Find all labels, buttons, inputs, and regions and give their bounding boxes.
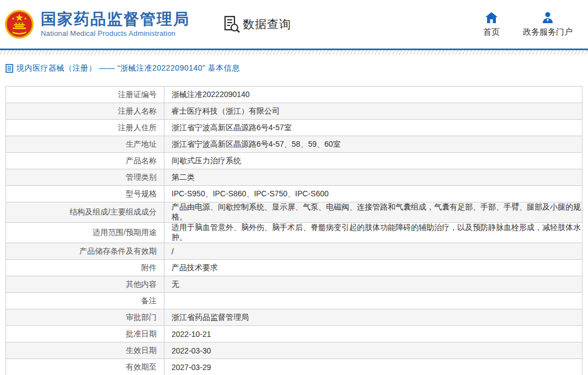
document-list-icon [6, 64, 13, 73]
table-row: 结构及组成/主要组成成分产品由电源、间歇控制系统、显示屏、气泵、电磁阀、连接管路… [6, 202, 582, 223]
row-value: / [164, 243, 582, 260]
row-value: 第二类 [164, 169, 582, 186]
breadcrumb: 境内医疗器械（注册） —— “浙械注准20222090140” 基本信息 [6, 63, 588, 74]
row-label: 型号规格 [6, 186, 164, 202]
registration-info-table: 注册证编号浙械注准20222090140注册人名称睿士医疗科技（浙江）有限公司注… [6, 86, 582, 375]
home-icon [485, 12, 498, 24]
row-label: 生产地址 [6, 136, 164, 153]
logo-group[interactable]: 国家药品监督管理局 National Medical Products Admi… [4, 9, 190, 39]
row-value: 浙江省药品监督管理局 [164, 309, 582, 326]
row-label: 产品储存条件及有效期 [6, 243, 164, 260]
row-value: 浙江省宁波高新区晶源路6号4-57、58、59、60室 [164, 136, 582, 153]
breadcrumb-text: 境内医疗器械（注册） —— “浙械注准20222090140” 基本信息 [17, 63, 240, 73]
table-row: 适用范围/预期用途适用于脑血管意外、脑外伤、脑手术后、脊髓病变引起的肢体功能障碍… [6, 223, 582, 243]
table-row: 有效期至2027-03-29 [6, 359, 582, 375]
row-label: 产品名称 [6, 153, 164, 169]
table-row: 备注 [6, 293, 582, 309]
nav-home[interactable]: 首页 [483, 12, 500, 38]
row-label: 注册人住所 [6, 120, 164, 136]
row-label: 批准日期 [6, 326, 164, 342]
row-value: 睿士医疗科技（浙江）有限公司 [164, 103, 582, 120]
row-value [164, 293, 582, 309]
data-query-icon [224, 15, 240, 33]
row-value: 间歇式压力治疗系统 [164, 153, 582, 169]
table-row: 审批部门浙江省药品监督管理局 [6, 309, 582, 326]
data-query-section[interactable]: 数据查询 [224, 15, 291, 33]
row-label: 注册证编号 [6, 87, 164, 103]
table-row: 产品名称间歇式压力治疗系统 [6, 153, 582, 169]
site-header: 国家药品监督管理局 National Medical Products Admi… [0, 0, 588, 49]
row-value: IPC-S950、IPC-S860、IPC-S750、IPC-S600 [164, 186, 582, 202]
row-label: 有效期至 [6, 359, 164, 375]
site-title: 国家药品监督管理局 [41, 11, 190, 28]
row-value: 适用于脑血管意外、脑外伤、脑手术后、脊髓病变引起的肢体功能障碍的辅助治疗，以及预… [164, 223, 582, 243]
data-query-label: 数据查询 [243, 17, 291, 32]
table-row: 批准日期2022-10-21 [6, 326, 582, 342]
row-label: 审批部门 [6, 309, 164, 326]
national-emblem-icon [4, 9, 34, 39]
row-label: 备注 [6, 293, 164, 309]
table-row: 其他内容无 [6, 276, 582, 293]
nav-home-label: 首页 [483, 27, 500, 38]
row-value: 浙江省宁波高新区晶源路6号4-57室 [164, 120, 582, 136]
table-row: 产品储存条件及有效期/ [6, 243, 582, 260]
header-nav: 首页 政务服务门户 [483, 12, 573, 38]
row-label: 适用范围/预期用途 [6, 223, 164, 243]
row-value: 产品技术要求 [164, 260, 582, 276]
table-row: 管理类别第二类 [6, 169, 582, 186]
nav-gov-portal-label: 政务服务门户 [523, 27, 573, 38]
row-label: 结构及组成/主要组成成分 [6, 202, 164, 223]
row-label: 管理类别 [6, 169, 164, 186]
row-value: 2022-10-21 [164, 326, 582, 342]
row-label: 生效日期 [6, 342, 164, 359]
table-row: 附件产品技术要求 [6, 260, 582, 276]
table-row: 生效日期2022-03-30 [6, 342, 582, 359]
header-stripe-band [0, 50, 588, 55]
user-icon [541, 12, 554, 24]
table-row: 型号规格IPC-S950、IPC-S860、IPC-S750、IPC-S600 [6, 186, 582, 202]
table-row: 注册证编号浙械注准20222090140 [6, 87, 582, 103]
row-value: 无 [164, 276, 582, 293]
row-label: 其他内容 [6, 276, 164, 293]
table-row: 生产地址浙江省宁波高新区晶源路6号4-57、58、59、60室 [6, 136, 582, 153]
row-value: 浙械注准20222090140 [164, 87, 582, 103]
nav-gov-portal[interactable]: 政务服务门户 [523, 12, 573, 38]
info-table-body: 注册证编号浙械注准20222090140注册人名称睿士医疗科技（浙江）有限公司注… [6, 87, 582, 375]
table-row: 注册人住所浙江省宁波高新区晶源路6号4-57室 [6, 120, 582, 136]
title-block: 国家药品监督管理局 National Medical Products Admi… [41, 11, 190, 38]
row-value: 产品由电源、间歇控制系统、显示屏、气泵、电磁阀、连接管路和气囊组成，气囊有足部、… [164, 202, 582, 223]
row-label: 注册人名称 [6, 103, 164, 120]
row-label: 附件 [6, 260, 164, 276]
table-row: 注册人名称睿士医疗科技（浙江）有限公司 [6, 103, 582, 120]
row-value: 2022-03-30 [164, 342, 582, 359]
row-value: 2027-03-29 [164, 359, 582, 375]
site-subtitle: National Medical Products Administration [41, 29, 190, 38]
